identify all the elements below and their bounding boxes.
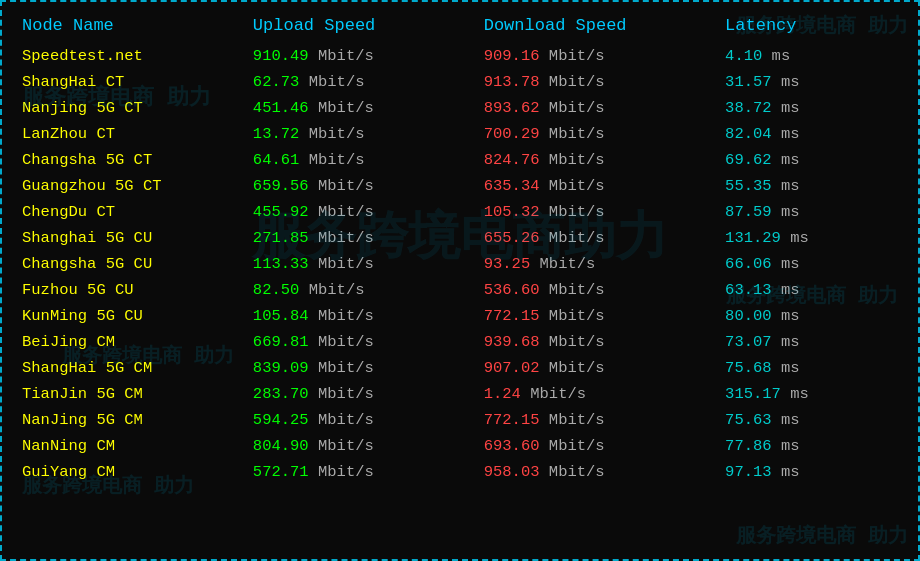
cell-download-speed: 1.24 Mbit/s: [476, 381, 717, 407]
cell-upload-speed: 451.46 Mbit/s: [245, 95, 476, 121]
cell-download-speed: 536.60 Mbit/s: [476, 277, 717, 303]
cell-latency: 75.68 ms: [717, 355, 906, 381]
cell-node-name: GuiYang CM: [14, 459, 245, 485]
cell-latency: 131.29 ms: [717, 225, 906, 251]
table-row: ShangHai CT62.73 Mbit/s913.78 Mbit/s31.5…: [14, 69, 906, 95]
cell-latency: 82.04 ms: [717, 121, 906, 147]
cell-node-name: Speedtest.net: [14, 43, 245, 69]
table-row: Shanghai 5G CU271.85 Mbit/s655.26 Mbit/s…: [14, 225, 906, 251]
cell-upload-speed: 105.84 Mbit/s: [245, 303, 476, 329]
main-container: 服务跨境电商 助力 服务跨境电商 助力 服务跨境电商助力 服务跨境电商 助力 服…: [0, 0, 920, 561]
cell-latency: 55.35 ms: [717, 173, 906, 199]
cell-download-speed: 907.02 Mbit/s: [476, 355, 717, 381]
table-header-row: Node Name Upload Speed Download Speed La…: [14, 10, 906, 43]
cell-latency: 66.06 ms: [717, 251, 906, 277]
cell-download-speed: 700.29 Mbit/s: [476, 121, 717, 147]
table-row: BeiJing CM669.81 Mbit/s939.68 Mbit/s73.0…: [14, 329, 906, 355]
table-row: NanJing 5G CM594.25 Mbit/s772.15 Mbit/s7…: [14, 407, 906, 433]
cell-upload-speed: 82.50 Mbit/s: [245, 277, 476, 303]
cell-latency: 4.10 ms: [717, 43, 906, 69]
cell-latency: 31.57 ms: [717, 69, 906, 95]
cell-upload-speed: 64.61 Mbit/s: [245, 147, 476, 173]
cell-upload-speed: 455.92 Mbit/s: [245, 199, 476, 225]
cell-latency: 77.86 ms: [717, 433, 906, 459]
table-row: LanZhou CT13.72 Mbit/s700.29 Mbit/s82.04…: [14, 121, 906, 147]
cell-download-speed: 635.34 Mbit/s: [476, 173, 717, 199]
cell-upload-speed: 283.70 Mbit/s: [245, 381, 476, 407]
cell-node-name: Shanghai 5G CU: [14, 225, 245, 251]
table-row: ShangHai 5G CM839.09 Mbit/s907.02 Mbit/s…: [14, 355, 906, 381]
cell-upload-speed: 113.33 Mbit/s: [245, 251, 476, 277]
cell-node-name: NanJing 5G CM: [14, 407, 245, 433]
cell-upload-speed: 659.56 Mbit/s: [245, 173, 476, 199]
cell-download-speed: 772.15 Mbit/s: [476, 303, 717, 329]
cell-upload-speed: 839.09 Mbit/s: [245, 355, 476, 381]
table-row: NanNing CM804.90 Mbit/s693.60 Mbit/s77.8…: [14, 433, 906, 459]
col-header-upload: Upload Speed: [245, 10, 476, 43]
table-row: Changsha 5G CU113.33 Mbit/s93.25 Mbit/s6…: [14, 251, 906, 277]
cell-latency: 38.72 ms: [717, 95, 906, 121]
cell-node-name: KunMing 5G CU: [14, 303, 245, 329]
cell-node-name: Guangzhou 5G CT: [14, 173, 245, 199]
cell-download-speed: 893.62 Mbit/s: [476, 95, 717, 121]
cell-node-name: ShangHai 5G CM: [14, 355, 245, 381]
col-header-download: Download Speed: [476, 10, 717, 43]
table-row: Changsha 5G CT64.61 Mbit/s824.76 Mbit/s6…: [14, 147, 906, 173]
table-row: Speedtest.net910.49 Mbit/s909.16 Mbit/s4…: [14, 43, 906, 69]
cell-upload-speed: 594.25 Mbit/s: [245, 407, 476, 433]
cell-upload-speed: 572.71 Mbit/s: [245, 459, 476, 485]
cell-node-name: ChengDu CT: [14, 199, 245, 225]
cell-latency: 80.00 ms: [717, 303, 906, 329]
cell-node-name: Nanjing 5G CT: [14, 95, 245, 121]
cell-download-speed: 693.60 Mbit/s: [476, 433, 717, 459]
cell-upload-speed: 13.72 Mbit/s: [245, 121, 476, 147]
cell-download-speed: 909.16 Mbit/s: [476, 43, 717, 69]
speed-table: Node Name Upload Speed Download Speed La…: [14, 10, 906, 485]
cell-upload-speed: 804.90 Mbit/s: [245, 433, 476, 459]
table-row: Nanjing 5G CT451.46 Mbit/s893.62 Mbit/s3…: [14, 95, 906, 121]
table-row: GuiYang CM572.71 Mbit/s958.03 Mbit/s97.1…: [14, 459, 906, 485]
cell-download-speed: 958.03 Mbit/s: [476, 459, 717, 485]
table-wrapper: Node Name Upload Speed Download Speed La…: [2, 2, 918, 559]
cell-download-speed: 939.68 Mbit/s: [476, 329, 717, 355]
col-header-name: Node Name: [14, 10, 245, 43]
cell-download-speed: 105.32 Mbit/s: [476, 199, 717, 225]
table-row: KunMing 5G CU105.84 Mbit/s772.15 Mbit/s8…: [14, 303, 906, 329]
cell-latency: 97.13 ms: [717, 459, 906, 485]
cell-node-name: LanZhou CT: [14, 121, 245, 147]
cell-download-speed: 93.25 Mbit/s: [476, 251, 717, 277]
cell-upload-speed: 669.81 Mbit/s: [245, 329, 476, 355]
cell-latency: 73.07 ms: [717, 329, 906, 355]
cell-latency: 69.62 ms: [717, 147, 906, 173]
table-row: Fuzhou 5G CU82.50 Mbit/s536.60 Mbit/s63.…: [14, 277, 906, 303]
cell-node-name: BeiJing CM: [14, 329, 245, 355]
cell-node-name: TianJin 5G CM: [14, 381, 245, 407]
cell-upload-speed: 62.73 Mbit/s: [245, 69, 476, 95]
cell-upload-speed: 271.85 Mbit/s: [245, 225, 476, 251]
cell-node-name: Fuzhou 5G CU: [14, 277, 245, 303]
cell-latency: 87.59 ms: [717, 199, 906, 225]
cell-node-name: Changsha 5G CT: [14, 147, 245, 173]
table-row: Guangzhou 5G CT659.56 Mbit/s635.34 Mbit/…: [14, 173, 906, 199]
cell-latency: 315.17 ms: [717, 381, 906, 407]
cell-download-speed: 913.78 Mbit/s: [476, 69, 717, 95]
cell-node-name: ShangHai CT: [14, 69, 245, 95]
cell-download-speed: 655.26 Mbit/s: [476, 225, 717, 251]
cell-latency: 75.63 ms: [717, 407, 906, 433]
cell-download-speed: 824.76 Mbit/s: [476, 147, 717, 173]
col-header-latency: Latency: [717, 10, 906, 43]
cell-node-name: Changsha 5G CU: [14, 251, 245, 277]
table-row: ChengDu CT455.92 Mbit/s105.32 Mbit/s87.5…: [14, 199, 906, 225]
cell-upload-speed: 910.49 Mbit/s: [245, 43, 476, 69]
cell-download-speed: 772.15 Mbit/s: [476, 407, 717, 433]
table-row: TianJin 5G CM283.70 Mbit/s1.24 Mbit/s315…: [14, 381, 906, 407]
cell-node-name: NanNing CM: [14, 433, 245, 459]
cell-latency: 63.13 ms: [717, 277, 906, 303]
